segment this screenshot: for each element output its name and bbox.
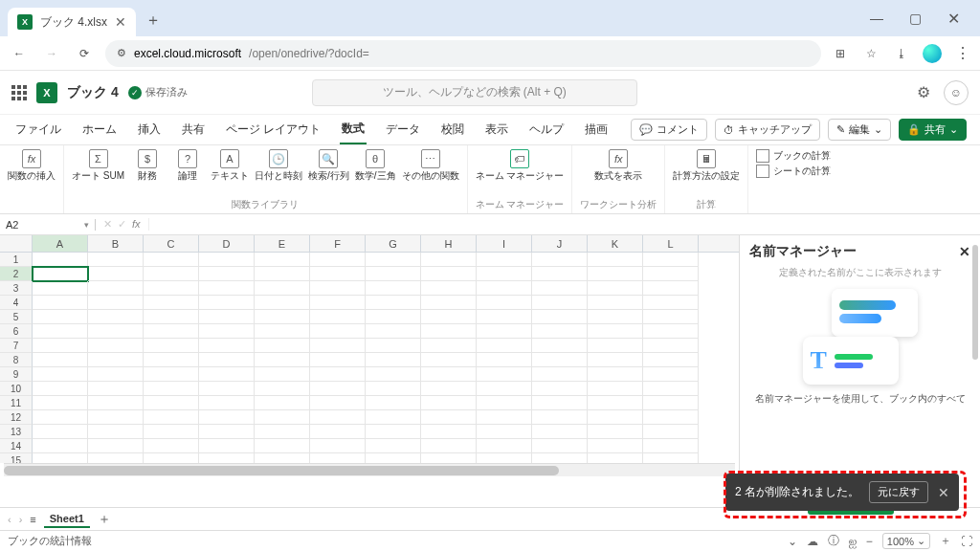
status-chevron-icon[interactable]: ⌄ xyxy=(788,535,797,548)
app-launcher-icon[interactable] xyxy=(11,85,27,100)
ribbon-tab-2[interactable]: 挿入 xyxy=(136,116,163,143)
row-header[interactable]: 9 xyxy=(0,367,33,382)
cell[interactable] xyxy=(588,367,643,382)
cell[interactable] xyxy=(477,253,532,267)
cell[interactable] xyxy=(33,296,88,310)
col-header[interactable]: K xyxy=(588,235,643,252)
cell[interactable] xyxy=(643,396,699,410)
math-button[interactable]: θ数学/三角 xyxy=(355,149,396,181)
ribbon-tab-3[interactable]: 共有 xyxy=(180,116,207,143)
cell[interactable] xyxy=(477,324,532,339)
row-header[interactable]: 14 xyxy=(0,439,33,453)
cell[interactable] xyxy=(144,425,199,439)
col-header[interactable]: B xyxy=(88,235,144,252)
cell[interactable] xyxy=(366,253,421,267)
cell[interactable] xyxy=(255,453,310,463)
cell[interactable] xyxy=(88,382,144,396)
ribbon-tab-5[interactable]: 数式 xyxy=(340,115,367,144)
enter-formula-icon[interactable]: ✓ xyxy=(118,218,126,231)
cell[interactable] xyxy=(33,267,88,281)
row-header[interactable]: 6 xyxy=(0,324,33,339)
row-header[interactable]: 12 xyxy=(0,410,33,425)
cell[interactable] xyxy=(310,396,366,410)
cell[interactable] xyxy=(310,324,366,339)
cell[interactable] xyxy=(33,439,88,453)
calc-options-button[interactable]: 🖩計算方法の設定 xyxy=(673,149,740,181)
cell[interactable] xyxy=(310,425,366,439)
cell[interactable] xyxy=(643,367,699,382)
col-header[interactable]: L xyxy=(643,235,699,252)
cell[interactable] xyxy=(255,339,310,353)
cell[interactable] xyxy=(643,410,699,425)
cell[interactable] xyxy=(199,353,255,367)
cell[interactable] xyxy=(643,339,699,353)
cell[interactable] xyxy=(144,310,199,324)
cell[interactable] xyxy=(199,410,255,425)
financial-button[interactable]: $財務 xyxy=(130,149,165,181)
date-time-button[interactable]: 🕒日付と時刻 xyxy=(255,149,302,181)
cell[interactable] xyxy=(588,396,643,410)
calc-sheet-button[interactable]: シートの計算 xyxy=(756,165,831,178)
cell[interactable] xyxy=(532,439,588,453)
cell[interactable] xyxy=(88,396,144,410)
cell[interactable] xyxy=(477,310,532,324)
cell[interactable] xyxy=(477,439,532,453)
text-button[interactable]: Aテキスト xyxy=(211,149,249,181)
nav-reload-icon[interactable]: ⟳ xyxy=(73,42,96,65)
cell[interactable] xyxy=(532,310,588,324)
row-header[interactable]: 8 xyxy=(0,353,33,367)
cell[interactable] xyxy=(421,367,477,382)
cell[interactable] xyxy=(310,382,366,396)
cell[interactable] xyxy=(643,425,699,439)
cell[interactable] xyxy=(643,281,699,296)
col-header[interactable]: J xyxy=(532,235,588,252)
cell[interactable] xyxy=(144,324,199,339)
account-icon[interactable]: ☺ xyxy=(944,80,969,105)
cell[interactable] xyxy=(477,281,532,296)
cell[interactable] xyxy=(532,410,588,425)
row-header[interactable]: 1 xyxy=(0,253,33,267)
cell[interactable] xyxy=(199,296,255,310)
add-sheet-button[interactable]: ＋ xyxy=(98,511,111,528)
cell[interactable] xyxy=(255,310,310,324)
cell[interactable] xyxy=(588,324,643,339)
cell[interactable] xyxy=(366,324,421,339)
window-minimize-icon[interactable]: ― xyxy=(858,4,896,33)
cell[interactable] xyxy=(88,324,144,339)
cell[interactable] xyxy=(477,453,532,463)
cell[interactable] xyxy=(88,425,144,439)
cell[interactable] xyxy=(310,453,366,463)
name-manager-button[interactable]: 🏷ネーム マネージャー xyxy=(476,149,565,181)
cell[interactable] xyxy=(421,396,477,410)
ribbon-tab-9[interactable]: ヘルプ xyxy=(527,116,566,143)
settings-icon[interactable]: ⚙ xyxy=(917,83,930,101)
col-header[interactable]: F xyxy=(310,235,366,252)
cell[interactable] xyxy=(532,324,588,339)
cell[interactable] xyxy=(588,339,643,353)
cell[interactable] xyxy=(643,296,699,310)
cell[interactable] xyxy=(366,396,421,410)
cell[interactable] xyxy=(310,267,366,281)
cell[interactable] xyxy=(199,396,255,410)
col-header[interactable]: C xyxy=(144,235,199,252)
cell[interactable] xyxy=(310,339,366,353)
cell[interactable] xyxy=(144,339,199,353)
cell[interactable] xyxy=(477,267,532,281)
cell[interactable] xyxy=(33,339,88,353)
sheet-next-icon[interactable]: › xyxy=(19,514,23,525)
cell[interactable] xyxy=(33,310,88,324)
cell[interactable] xyxy=(588,353,643,367)
cell[interactable] xyxy=(477,382,532,396)
site-info-icon[interactable]: ⚙ xyxy=(117,47,126,59)
cell[interactable] xyxy=(366,382,421,396)
cell[interactable] xyxy=(643,310,699,324)
cell[interactable] xyxy=(588,296,643,310)
cell[interactable] xyxy=(421,253,477,267)
cell[interactable] xyxy=(477,396,532,410)
cell[interactable] xyxy=(477,367,532,382)
undo-button[interactable]: 元に戻す xyxy=(869,481,928,503)
ribbon-tab-4[interactable]: ページ レイアウト xyxy=(224,116,323,143)
cell[interactable] xyxy=(144,410,199,425)
cell[interactable] xyxy=(421,410,477,425)
spreadsheet-grid[interactable]: ABCDEFGHIJKL 123456789101112131415 xyxy=(0,235,739,476)
